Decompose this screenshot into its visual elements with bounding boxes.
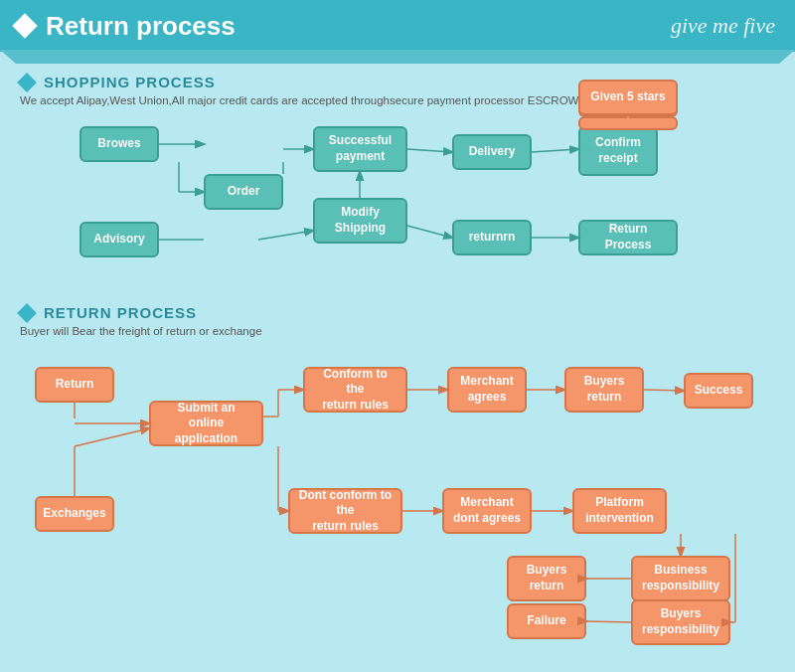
returnrn-box: returnrn bbox=[452, 220, 532, 255]
return-desc: Buyer will Bear the freight of return or… bbox=[20, 325, 775, 337]
platform-intervention-box: Platformintervention bbox=[572, 488, 667, 534]
return-diagram: Return Submit an onlineapplication Confo… bbox=[20, 347, 775, 635]
browes-box: Browes bbox=[80, 126, 159, 162]
shopping-section-title: SHOPPING PROCESS bbox=[44, 74, 216, 90]
main-content: SHOPPING PROCESS We accept Alipay,West U… bbox=[0, 52, 795, 645]
given-5-stars-box2 bbox=[578, 116, 678, 130]
dont-conform-box: Dont conform to thereturn rules bbox=[288, 488, 402, 534]
advisory-box: Advisory bbox=[80, 222, 159, 257]
submit-online-box: Submit an onlineapplication bbox=[149, 401, 263, 446]
given-5-stars-float: Given 5 stars bbox=[578, 80, 678, 115]
confirm-receipt-box: Confirmreceipt bbox=[578, 126, 658, 176]
exchanges-box: Exchanges bbox=[35, 496, 114, 532]
success-box: Success bbox=[684, 373, 753, 409]
buyers-return1-box: Buyersreturn bbox=[564, 367, 644, 413]
svg-line-9 bbox=[532, 149, 578, 152]
merchant-dont-box: Merchantdont agrees bbox=[442, 488, 532, 534]
svg-line-21 bbox=[75, 428, 149, 446]
svg-line-11 bbox=[407, 226, 452, 238]
shopping-diagram: Browes Order Advisory ModifyShipping Suc… bbox=[20, 116, 775, 290]
svg-line-24 bbox=[644, 390, 684, 391]
failure-box: Failure bbox=[507, 603, 586, 639]
delivery-box: Delivery bbox=[452, 134, 532, 170]
merchant-agrees-box: Merchantagrees bbox=[447, 367, 527, 413]
return-process-box: Return Process bbox=[578, 220, 678, 255]
buyers-resp-box: Buyersresponsibility bbox=[631, 599, 730, 645]
svg-line-8 bbox=[407, 149, 452, 152]
return-box: Return bbox=[35, 367, 114, 403]
svg-line-6 bbox=[258, 231, 313, 240]
header: Return process give me five bbox=[0, 0, 795, 52]
page-title: Return process bbox=[46, 11, 236, 42]
business-resp-box: Businessresponsibility bbox=[631, 556, 730, 601]
return-section-title: RETURN PROCESS bbox=[44, 304, 197, 321]
header-logo: give me five bbox=[671, 13, 775, 39]
header-diamond-icon bbox=[12, 13, 37, 38]
buyers-return2-box: Buyersreturn bbox=[507, 556, 586, 601]
order-box: Order bbox=[204, 174, 283, 210]
modify-shipping-box: ModifyShipping bbox=[313, 198, 407, 244]
return-diamond-icon bbox=[17, 303, 37, 323]
conform-rules-box: Conform to thereturn rules bbox=[303, 367, 407, 413]
shopping-diamond-icon bbox=[17, 73, 37, 92]
svg-line-32 bbox=[586, 621, 631, 622]
return-section-header: RETURN PROCESS bbox=[20, 304, 775, 321]
successful-payment-box: Successfulpayment bbox=[313, 126, 407, 172]
